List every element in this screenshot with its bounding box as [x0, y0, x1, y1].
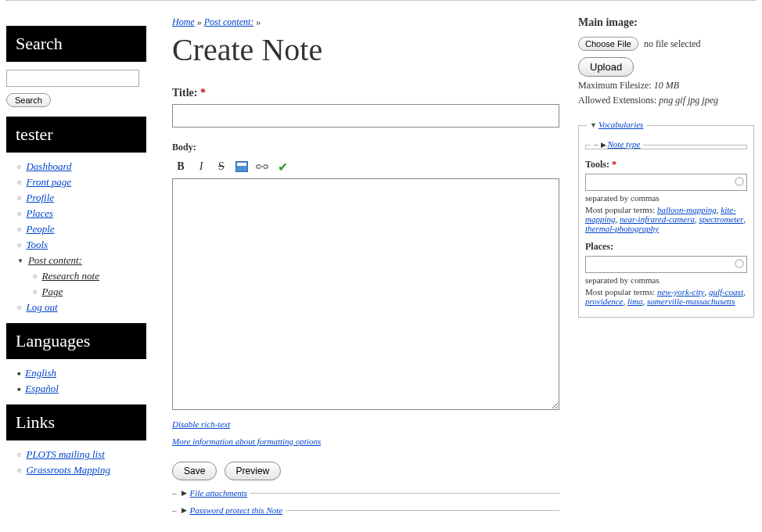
search-button[interactable]: Search	[6, 93, 51, 107]
main-image-label: Main image:	[578, 16, 754, 29]
password-protect-fieldset[interactable]: –▶Password protect this Note	[172, 505, 559, 515]
term-balloon-mapping[interactable]: balloon-mapping	[657, 205, 717, 214]
spinner-icon	[735, 259, 744, 268]
tools-hint: separated by commas	[585, 193, 747, 203]
sidebar-item-post-content-[interactable]: Post content:	[28, 254, 82, 266]
file-attachments-fieldset[interactable]: –▶File attachments	[172, 488, 559, 498]
breadcrumb-post-content[interactable]: Post content:	[204, 16, 254, 27]
preview-button[interactable]: Preview	[225, 462, 282, 480]
sidebar-item-research-note[interactable]: Research note	[41, 270, 99, 282]
languages-block-title: Languages	[6, 323, 146, 359]
places-label: Places:	[585, 241, 747, 253]
breadcrumb-home[interactable]: Home	[172, 16, 195, 27]
tools-popular-terms: Most popular terms: balloon-mapping, kit…	[585, 205, 747, 233]
vocabularies-toggle[interactable]: Vocabularies	[598, 120, 643, 129]
tools-label: Tools: *	[585, 159, 747, 171]
page-title: Create Note	[172, 31, 559, 68]
sidebar-item-tools[interactable]: Tools	[26, 239, 48, 250]
user-block-title: tester	[6, 117, 146, 153]
body-label: Body:	[172, 142, 559, 153]
editor-toolbar: B I S ✔	[172, 158, 559, 175]
places-input[interactable]	[585, 256, 747, 273]
link-grassroots-mapping[interactable]: Grassroots Mapping	[26, 464, 110, 476]
check-icon[interactable]: ✔	[275, 160, 289, 174]
language-english[interactable]: English	[25, 367, 56, 379]
tools-input[interactable]	[585, 174, 747, 191]
vocabularies-fieldset: ▼Vocabularies –▶Note type Tools: * separ…	[578, 125, 754, 318]
title-label: Title: *	[172, 87, 559, 99]
disable-rich-text-link[interactable]: Disable rich-text	[172, 419, 230, 429]
breadcrumb: Home » Post content: »	[172, 16, 559, 28]
sidebar-item-front-page[interactable]: Front page	[26, 176, 71, 188]
sidebar-item-page[interactable]: Page	[41, 286, 63, 297]
sidebar-item-people[interactable]: People	[26, 223, 54, 235]
strikethrough-icon[interactable]: S	[214, 160, 228, 174]
places-popular-terms: Most popular terms: new-york-city, gulf-…	[585, 287, 747, 306]
body-textarea[interactable]	[172, 178, 559, 410]
user-menu: DashboardFront pageProfilePlacesPeopleTo…	[6, 160, 146, 314]
term-new-york-city[interactable]: new-york-city	[657, 287, 704, 297]
note-type-toggle[interactable]: Note type	[608, 139, 641, 149]
bold-icon[interactable]: B	[174, 160, 188, 174]
sidebar-item-places[interactable]: Places	[26, 207, 53, 219]
term-somerville-massachusetts[interactable]: somerville-massachusetts	[647, 297, 735, 306]
search-input[interactable]	[6, 70, 139, 87]
term-near-infrared-camera[interactable]: near-infrared-camera	[620, 214, 695, 224]
sidebar-item-profile[interactable]: Profile	[26, 192, 54, 203]
language-espa-ol[interactable]: Español	[25, 383, 59, 394]
links-block-title: Links	[6, 404, 146, 440]
allowed-ext-hint: Allowed Extensions: png gif jpg jpeg	[578, 95, 754, 106]
search-block-title: Search	[6, 26, 146, 62]
term-lima[interactable]: lima	[627, 297, 643, 306]
file-status: no file selected	[644, 38, 701, 49]
max-filesize-hint: Maximum Filesize: 10 MB	[578, 80, 754, 92]
italic-icon[interactable]: I	[194, 160, 208, 174]
spinner-icon	[735, 177, 744, 186]
link-plots-mailing-list[interactable]: PLOTS mailing list	[26, 448, 104, 460]
term-thermal-photography[interactable]: thermal-photography	[585, 224, 659, 233]
term-providence[interactable]: providence	[585, 297, 623, 306]
term-gulf-coast[interactable]: gulf-coast	[709, 287, 743, 297]
image-icon[interactable]	[235, 160, 249, 174]
term-spectrometer[interactable]: spectrometer	[699, 214, 743, 224]
sidebar-item-log-out[interactable]: Log out	[26, 301, 57, 313]
sidebar-item-dashboard[interactable]: Dashboard	[26, 160, 71, 172]
title-input[interactable]	[172, 104, 559, 128]
save-button[interactable]: Save	[172, 462, 217, 480]
choose-file-button[interactable]: Choose File	[578, 37, 638, 51]
upload-button[interactable]: Upload	[578, 57, 634, 77]
link-icon[interactable]	[255, 160, 269, 174]
links-menu: PLOTS mailing listGrassroots Mapping	[6, 448, 146, 476]
languages-menu: EnglishEspañol	[6, 367, 146, 395]
formatting-options-link[interactable]: More information about formatting option…	[172, 437, 321, 446]
places-hint: separated by commas	[585, 275, 747, 285]
